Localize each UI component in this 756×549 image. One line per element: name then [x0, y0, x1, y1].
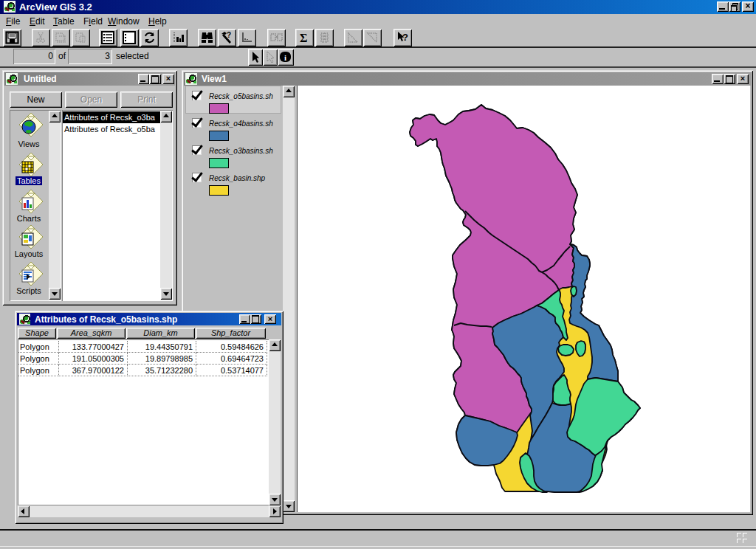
svg-text:?: ? [402, 32, 408, 43]
svg-text:Σ: Σ [300, 32, 307, 44]
svg-text:?: ? [227, 31, 231, 39]
svg-text:i: i [284, 53, 286, 62]
